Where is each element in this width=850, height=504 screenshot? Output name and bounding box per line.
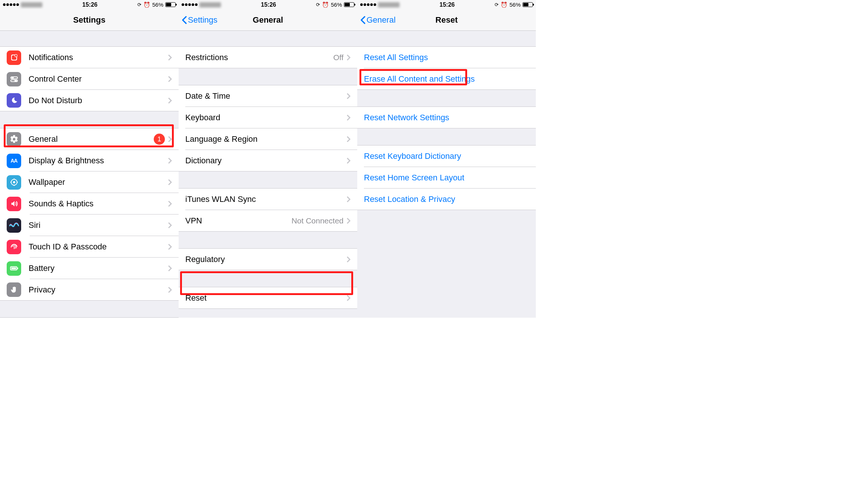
- back-label: Settings: [188, 15, 218, 25]
- sounds-icon: [7, 197, 21, 211]
- page-title: Settings: [73, 15, 105, 25]
- row-erase-all[interactable]: Erase All Content and Settings: [357, 68, 536, 90]
- row-keyboard[interactable]: Keyboard: [179, 107, 357, 128]
- signal-dots-icon: [182, 3, 198, 6]
- row-dictionary[interactable]: Dictionary: [179, 150, 357, 171]
- nav-bar: Settings: [0, 9, 179, 31]
- row-reset-keyboard-dict[interactable]: Reset Keyboard Dictionary: [357, 145, 536, 167]
- chevron-right-icon: [168, 54, 172, 61]
- row-reset[interactable]: Reset: [179, 287, 357, 309]
- chevron-right-icon: [346, 93, 351, 99]
- battery-icon: [165, 2, 176, 7]
- chevron-right-icon: [168, 136, 172, 143]
- fingerprint-icon: [7, 240, 21, 254]
- row-label: Control Center: [29, 74, 168, 84]
- chevron-right-icon: [168, 200, 172, 207]
- row-do-not-disturb[interactable]: Do Not Disturb: [0, 90, 179, 111]
- row-label: Touch ID & Passcode: [29, 242, 168, 252]
- chevron-right-icon: [168, 97, 172, 104]
- chevron-right-icon: [346, 217, 351, 224]
- row-label: Privacy: [29, 285, 168, 295]
- row-privacy[interactable]: Privacy: [0, 279, 179, 301]
- row-label: Do Not Disturb: [29, 96, 168, 105]
- alarm-icon: ⏰: [143, 1, 150, 8]
- carrier-label: [378, 2, 400, 7]
- row-label: Reset All Settings: [364, 53, 529, 62]
- nav-bar: General Reset: [357, 9, 536, 31]
- row-reset-all-settings[interactable]: Reset All Settings: [357, 47, 536, 68]
- wallpaper-icon: [7, 175, 21, 190]
- battery-row-icon: [7, 261, 21, 276]
- row-reset-network[interactable]: Reset Network Settings: [357, 107, 536, 128]
- carrier-label: [21, 2, 42, 7]
- svg-rect-14: [11, 268, 16, 269]
- svg-point-8: [13, 181, 15, 183]
- row-wallpaper[interactable]: Wallpaper: [0, 171, 179, 193]
- row-general[interactable]: General 1: [0, 128, 179, 150]
- row-reset-location-privacy[interactable]: Reset Location & Privacy: [357, 189, 536, 210]
- row-notifications[interactable]: Notifications: [0, 47, 179, 68]
- svg-point-2: [14, 55, 17, 57]
- row-label: Wallpaper: [29, 177, 168, 187]
- page-title: General: [253, 15, 283, 25]
- row-language-region[interactable]: Language & Region: [179, 128, 357, 150]
- row-sounds-haptics[interactable]: Sounds & Haptics: [0, 193, 179, 215]
- chevron-right-icon: [168, 222, 172, 229]
- chevron-right-icon: [346, 196, 351, 203]
- row-label: Dictionary: [185, 156, 346, 166]
- chevron-right-icon: [168, 157, 172, 164]
- row-label: Date & Time: [185, 91, 346, 101]
- row-date-time[interactable]: Date & Time: [179, 85, 357, 107]
- row-reset-home-layout[interactable]: Reset Home Screen Layout: [357, 167, 536, 189]
- chevron-right-icon: [346, 295, 351, 301]
- row-itunes-wlan-sync[interactable]: iTunes WLAN Sync: [179, 189, 357, 210]
- chevron-right-icon: [346, 114, 351, 121]
- row-control-center[interactable]: Control Center: [0, 68, 179, 90]
- battery-percent: 56%: [152, 1, 163, 8]
- row-label: Siri: [29, 220, 168, 230]
- gear-icon: [7, 132, 21, 147]
- reset-screen: 15:26 ⟳ ⏰ 56% General Reset Reset All Se…: [357, 0, 536, 318]
- row-label: iTunes WLAN Sync: [185, 194, 346, 204]
- chevron-right-icon: [168, 76, 172, 82]
- row-restrictions[interactable]: Restrictions Off: [179, 47, 357, 68]
- row-label: VPN: [185, 216, 292, 226]
- status-bar: 15:26 ⟳ ⏰ 56%: [179, 0, 357, 9]
- row-siri[interactable]: Siri: [0, 215, 179, 236]
- row-label: Battery: [29, 264, 168, 273]
- chevron-right-icon: [168, 265, 172, 272]
- alarm-icon: ⏰: [501, 1, 508, 8]
- privacy-hand-icon: [7, 282, 21, 297]
- battery-percent: 56%: [331, 1, 342, 8]
- row-label: Reset Location & Privacy: [364, 194, 529, 204]
- row-vpn[interactable]: VPN Not Connected: [179, 210, 357, 232]
- chevron-right-icon: [168, 287, 172, 293]
- row-label: Reset Network Settings: [364, 113, 529, 122]
- display-icon: AA: [7, 154, 21, 168]
- rotation-lock-icon: ⟳: [495, 2, 499, 7]
- battery-icon: [522, 2, 533, 7]
- row-label: Reset Keyboard Dictionary: [364, 151, 529, 161]
- status-bar: 15:26 ⟳ ⏰ 56%: [357, 0, 536, 9]
- siri-icon: [7, 218, 21, 233]
- back-button[interactable]: General: [360, 15, 395, 25]
- signal-dots-icon: [360, 3, 376, 6]
- back-button[interactable]: Settings: [182, 15, 218, 25]
- dnd-icon: [7, 93, 21, 108]
- row-detail: Off: [333, 53, 343, 62]
- row-label: Regulatory: [185, 255, 346, 264]
- row-battery[interactable]: Battery: [0, 258, 179, 279]
- battery-percent: 56%: [509, 1, 521, 8]
- row-label: Language & Region: [185, 134, 346, 144]
- signal-dots-icon: [3, 3, 19, 6]
- row-touch-id[interactable]: Touch ID & Passcode: [0, 236, 179, 258]
- alarm-icon: ⏰: [322, 1, 329, 8]
- row-regulatory[interactable]: Regulatory: [179, 249, 357, 270]
- status-time: 15:26: [440, 1, 455, 8]
- row-label: Display & Brightness: [29, 156, 168, 166]
- row-display-brightness[interactable]: AA Display & Brightness: [0, 150, 179, 171]
- nav-bar: Settings General: [179, 9, 357, 31]
- chevron-right-icon: [168, 243, 172, 250]
- page-title: Reset: [436, 15, 458, 25]
- row-label: Reset Home Screen Layout: [364, 173, 529, 183]
